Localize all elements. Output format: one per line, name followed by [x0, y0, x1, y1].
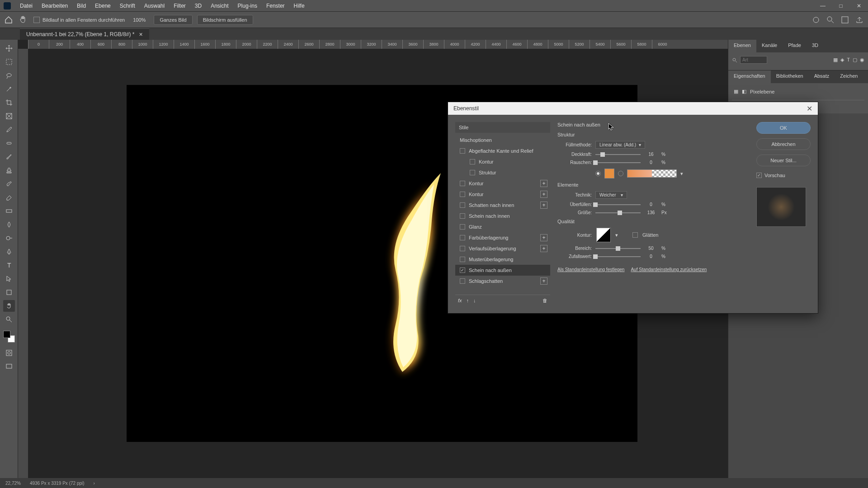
ok-button[interactable]: OK	[756, 122, 811, 134]
menu-3d[interactable]: 3D	[190, 3, 206, 9]
style-inner-shadow[interactable]: Schatten nach innen+	[455, 200, 550, 211]
quick-mask-tool[interactable]	[3, 347, 15, 359]
scroll-all-checkbox[interactable]	[33, 17, 40, 23]
contour-picker[interactable]	[596, 228, 611, 242]
menu-fenster[interactable]: Fenster	[262, 3, 289, 9]
eyedropper-tool[interactable]	[3, 124, 15, 136]
add-inner-shadow-icon[interactable]: +	[540, 202, 547, 209]
style-outer-glow[interactable]: Schein nach außen	[455, 265, 550, 276]
style-satin[interactable]: Glanz	[455, 221, 550, 232]
home-icon[interactable]	[5, 16, 13, 24]
color-radio[interactable]	[595, 171, 601, 176]
brush-tool[interactable]	[3, 151, 15, 163]
technique-dropdown[interactable]: Weicher▾	[595, 191, 627, 199]
marquee-tool[interactable]	[3, 56, 15, 68]
properties-tab[interactable]: Eigenschaften	[728, 70, 771, 83]
zoom-value[interactable]: 100%	[133, 17, 146, 23]
eraser-tool[interactable]	[3, 192, 15, 203]
menu-hilfe[interactable]: Hilfe	[289, 3, 309, 9]
menu-plugins[interactable]: Plug-ins	[233, 3, 262, 9]
move-down-icon[interactable]: ↓	[473, 298, 476, 303]
layers-tab[interactable]: Ebenen	[728, 40, 756, 52]
new-style-button[interactable]: Neuer Stil...	[756, 155, 811, 166]
size-slider[interactable]	[595, 212, 641, 213]
shape-tool[interactable]	[3, 286, 15, 298]
noise-slider[interactable]	[595, 162, 641, 163]
document-tab[interactable]: Unbenannt-1 bei 22,7% (Ebene 1, RGB/8#) …	[20, 28, 149, 40]
gradient-tool[interactable]	[3, 205, 15, 217]
search-icon[interactable]	[732, 57, 737, 63]
chevron-right-icon[interactable]: ›	[94, 481, 95, 486]
libraries-tab[interactable]: Bibliotheken	[771, 70, 809, 83]
lasso-tool[interactable]	[3, 70, 15, 81]
window-close[interactable]: ✕	[850, 0, 868, 12]
add-stroke-icon[interactable]: +	[540, 180, 547, 187]
filter-icon[interactable]: ▦	[833, 57, 838, 63]
fill-screen-button[interactable]: Bildschirm ausfüllen	[197, 15, 253, 25]
antialias-checkbox[interactable]	[632, 232, 638, 238]
jitter-value[interactable]: 0	[644, 254, 658, 259]
paragraph-tab[interactable]: Absatz	[809, 70, 835, 83]
paths-tab[interactable]: Pfade	[783, 40, 807, 52]
blend-mode-dropdown[interactable]: Linear abw. (Add.)▾	[595, 141, 645, 149]
hand-tool-icon[interactable]	[19, 16, 27, 24]
opacity-value[interactable]: 16	[644, 152, 658, 157]
filter-icon[interactable]: ◉	[860, 57, 864, 63]
crop-tool[interactable]	[3, 97, 15, 108]
menu-filter[interactable]: Filter	[169, 3, 190, 9]
chevron-down-icon[interactable]: ▾	[615, 232, 618, 238]
style-drop-shadow[interactable]: Schlagschatten+	[455, 276, 550, 286]
cloud-icon[interactable]	[812, 16, 820, 24]
trash-icon[interactable]: 🗑	[542, 298, 547, 303]
dialog-close-icon[interactable]: ✕	[807, 104, 812, 113]
type-tool[interactable]: T	[3, 259, 15, 271]
menu-bild[interactable]: Bild	[72, 3, 90, 9]
color-swatches[interactable]	[3, 331, 15, 343]
blur-tool[interactable]	[3, 219, 15, 230]
preview-checkbox[interactable]	[756, 173, 762, 178]
add-drop-shadow-icon[interactable]: +	[540, 277, 547, 285]
style-inner-glow[interactable]: Schein nach innen	[455, 211, 550, 221]
move-up-icon[interactable]: ↑	[467, 298, 469, 303]
glow-color-swatch[interactable]	[604, 169, 614, 178]
dialog-titlebar[interactable]: Ebenenstil ✕	[448, 102, 818, 115]
fx-icon[interactable]: fx	[458, 298, 462, 303]
add-color-overlay-icon[interactable]: +	[540, 234, 547, 241]
range-value[interactable]: 50	[644, 246, 658, 251]
opacity-slider[interactable]	[595, 154, 641, 155]
filter-icon[interactable]: ◈	[840, 57, 844, 63]
stamp-tool[interactable]	[3, 164, 15, 176]
menu-ebene[interactable]: Ebene	[90, 3, 115, 9]
pen-tool[interactable]	[3, 246, 15, 258]
glow-gradient-picker[interactable]	[627, 169, 677, 178]
style-gradient-overlay[interactable]: Verlaufsüberlagerung+	[455, 243, 550, 254]
jitter-slider[interactable]	[595, 256, 641, 257]
filter-icon[interactable]: T	[847, 57, 850, 63]
preview-checkbox-row[interactable]: Vorschau	[756, 173, 811, 178]
hand-tool[interactable]	[3, 300, 15, 312]
window-minimize[interactable]: —	[814, 0, 832, 12]
fit-whole-image-button[interactable]: Ganzes Bild	[154, 15, 192, 25]
layer-search-input[interactable]	[740, 56, 767, 64]
range-slider[interactable]	[595, 248, 641, 249]
gradient-radio[interactable]	[618, 171, 623, 176]
wand-tool[interactable]	[3, 83, 15, 95]
move-tool[interactable]	[3, 42, 15, 54]
style-blend-options[interactable]: Mischoptionen	[455, 135, 550, 145]
history-brush-tool[interactable]	[3, 178, 15, 190]
style-bevel-contour[interactable]: Kontur	[455, 156, 550, 167]
menu-auswahl[interactable]: Auswahl	[140, 3, 169, 9]
style-color-overlay[interactable]: Farbüberlagerung+	[455, 232, 550, 243]
channels-tab[interactable]: Kanäle	[756, 40, 783, 52]
frame-tool[interactable]	[3, 110, 15, 122]
chevron-down-icon[interactable]: ▾	[680, 171, 683, 177]
status-zoom[interactable]: 22,72%	[5, 481, 21, 486]
noise-value[interactable]: 0	[644, 160, 658, 165]
size-value[interactable]: 136	[644, 210, 658, 215]
screen-mode-tool[interactable]	[3, 361, 15, 372]
tab-close-icon[interactable]: ×	[139, 31, 142, 38]
path-select-tool[interactable]	[3, 273, 15, 285]
character-tab[interactable]: Zeichen	[835, 70, 863, 83]
spread-slider[interactable]	[595, 204, 641, 205]
add-gradient-overlay-icon[interactable]: +	[540, 245, 547, 252]
